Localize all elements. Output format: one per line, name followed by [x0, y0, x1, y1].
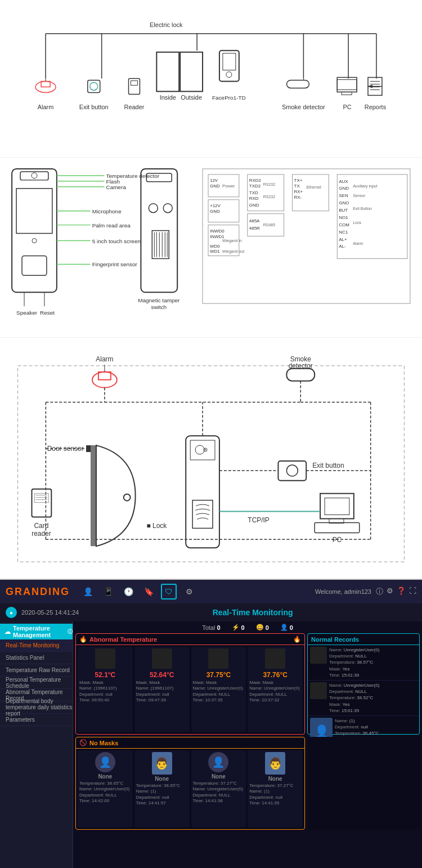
nav-info-icon[interactable]: ⓘ [376, 587, 383, 597]
svg-text:Reports: Reports [365, 104, 387, 110]
panels-row: 🔥 Abnormal Temperature 🔥 52.1°C Mask: Ma… [75, 633, 420, 735]
record-info-0: Name: UnregisterUser(0) Department: NULL… [329, 647, 379, 678]
svg-text:Wiegand out: Wiegand out [222, 249, 244, 254]
svg-text:Exit button: Exit button [312, 462, 344, 469]
svg-text:TCP/IP: TCP/IP [248, 516, 270, 524]
no-mask-card-2: 👤 None Temperature: 37.27°C Name: Unregi… [191, 750, 246, 827]
section1-diagram: Alarm Exit button Reader Electric lock I… [0, 0, 422, 158]
abnormal-card-1: 52.64°C Mask: Mask Name: (19961107) Depa… [134, 647, 190, 732]
svg-text:SEN: SEN [339, 193, 348, 198]
sidebar-item-dept[interactable]: Departmental body temperature daily stat… [0, 701, 73, 714]
section4-ui: GRANDING 👤 📱 🕐 🔖 🛡 ⚙ Welcome, admin123 ⓘ… [0, 580, 422, 868]
nav-phone-icon[interactable]: 📱 [100, 584, 116, 599]
nav-gear-icon[interactable]: ⚙ [181, 584, 197, 599]
record-info-1: Name: UnregisterUser(0) Department: NULL… [329, 682, 379, 714]
svg-text:WD0: WD0 [210, 244, 220, 249]
stat-face: 😀 0 [256, 624, 269, 631]
abnormal-card-2: 37.75°C Mask: Mask Name: UnregisterUser(… [191, 647, 246, 732]
svg-rect-0 [1, 0, 421, 157]
no-mask-avatar-0: 👤 [95, 752, 115, 772]
svg-text:■ Lock: ■ Lock [147, 522, 167, 530]
no-mask-card-3: 👨 None Temperature: 37.27°C Name: (1) De… [248, 750, 303, 827]
svg-text:Sensor: Sensor [353, 194, 366, 198]
normal-panel-header: Normal Records [308, 634, 419, 645]
nav-expand-icon[interactable]: ⛶ [409, 587, 416, 597]
card-temp-1: 52.64°C [150, 671, 174, 679]
nav-clock-icon[interactable]: 🕐 [120, 584, 136, 599]
card-photo-1 [152, 648, 172, 669]
card-temp-3: 37.76°C [263, 671, 288, 679]
sidebar-item-raw[interactable]: Temperature Raw Record [0, 664, 73, 677]
panels-row2: 🚫 No Masks 👤 None Temperature: 38.65°C N… [75, 737, 420, 830]
svg-text:Alarm: Alarm [38, 104, 54, 110]
no-mask-avatar-2: 👤 [208, 752, 228, 772]
svg-text:TX: TX [294, 184, 300, 189]
svg-text:RXD2: RXD2 [249, 178, 262, 183]
logo: GRANDING [6, 586, 70, 598]
svg-text:Inside: Inside [160, 94, 176, 101]
card-info-2: Mask: Mask Name: UnregisterUser(0) Depar… [193, 680, 245, 704]
nav-welcome: Welcome, admin123 [315, 588, 371, 595]
svg-text:RX-: RX- [294, 195, 302, 200]
card-info-3: Mask: Mask Name: UnregisterUser(0) Depar… [249, 680, 301, 704]
svg-text:Electric lock: Electric lock [150, 21, 183, 28]
svg-text:TXD2: TXD2 [249, 184, 261, 189]
record-photo-1 [310, 682, 327, 699]
no-mask-card-0: 👤 None Temperature: 38.65°C Name: Unregi… [78, 750, 133, 827]
svg-text:RS485: RS485 [263, 223, 275, 227]
stats-row: Total 0 ⚡ 0 😀 0 👤 0 [75, 624, 420, 631]
svg-text:GND: GND [339, 186, 349, 191]
svg-text:AUX: AUX [339, 179, 348, 184]
sidebar-item-personal[interactable]: Personal Temperature Schedule [0, 677, 73, 689]
svg-text:detector: detector [289, 362, 313, 370]
svg-text:Exit Button: Exit Button [353, 207, 372, 211]
nav-question-icon[interactable]: ❓ [397, 587, 406, 597]
record-item-0: Name: UnregisterUser(0) Department: NULL… [308, 645, 419, 681]
svg-text:Wiegand in: Wiegand in [222, 239, 242, 243]
svg-text:Lock: Lock [353, 221, 361, 225]
nav-shield-icon[interactable]: 🛡 [161, 584, 177, 599]
stat-total: Total 0 [202, 624, 220, 631]
svg-text:FacePro1-TD: FacePro1-TD [212, 95, 246, 101]
nav-settings-icon[interactable]: ⚙ [387, 587, 393, 597]
svg-text:Exit button: Exit button [79, 104, 109, 110]
abnormal-panel: 🔥 Abnormal Temperature 🔥 52.1°C Mask: Ma… [75, 633, 305, 735]
svg-text:GND: GND [249, 203, 259, 208]
svg-text:5 inch touch screen: 5 inch touch screen [92, 238, 141, 244]
svg-text:BUT: BUT [339, 208, 348, 213]
svg-text:reader: reader [32, 530, 51, 538]
svg-text:12V: 12V [210, 178, 218, 183]
card-info-0: Mask: Mask Name: (19961107) Department: … [79, 680, 131, 704]
svg-text:Smoke detector: Smoke detector [282, 104, 325, 110]
no-mask-info-0: Temperature: 38.65°C Name: UnregisterUse… [79, 781, 131, 804]
no-mask-label-3: None [268, 776, 282, 782]
sidebar-item-realtime[interactable]: Real-Time Monitoring [0, 639, 73, 652]
nav-person-icon[interactable]: 👤 [80, 584, 96, 599]
card-photo-0 [95, 648, 115, 669]
svg-text:AL-: AL- [339, 244, 346, 249]
nav-right-icons: ⓘ ⚙ ❓ ⛶ [376, 587, 416, 597]
svg-text:Alarm: Alarm [353, 241, 363, 245]
svg-rect-150 [91, 445, 96, 546]
card-photo-3 [265, 648, 285, 669]
record-photo-0 [310, 647, 327, 664]
svg-text:RS232: RS232 [263, 195, 275, 199]
svg-text:TXD: TXD [249, 190, 258, 195]
nav-bookmark-icon[interactable]: 🔖 [141, 584, 156, 599]
svg-point-164 [205, 449, 206, 450]
svg-rect-129 [1, 338, 421, 579]
svg-text:Outside: Outside [181, 94, 202, 101]
svg-text:AL+: AL+ [339, 237, 347, 242]
no-mask-card-1: 👨 None Temperature: 38.65°C Name: (1) De… [134, 750, 190, 827]
sub-nav-dot: ● [6, 607, 17, 618]
sidebar-item-stats[interactable]: Statistics Panel [0, 652, 73, 664]
svg-text:Palm read area: Palm read area [92, 222, 131, 229]
svg-text:GND: GND [210, 184, 220, 189]
svg-text:WD1: WD1 [210, 249, 220, 254]
svg-text:RXD: RXD [249, 196, 259, 201]
svg-text:GND: GND [210, 209, 220, 214]
svg-text:RX+: RX+ [294, 189, 303, 194]
sub-nav-title: Real-Time Monitoring [83, 608, 422, 617]
section3-diagram: Alarm Smoke detector Door sensor [0, 338, 422, 580]
svg-text:switch: switch [151, 304, 167, 310]
